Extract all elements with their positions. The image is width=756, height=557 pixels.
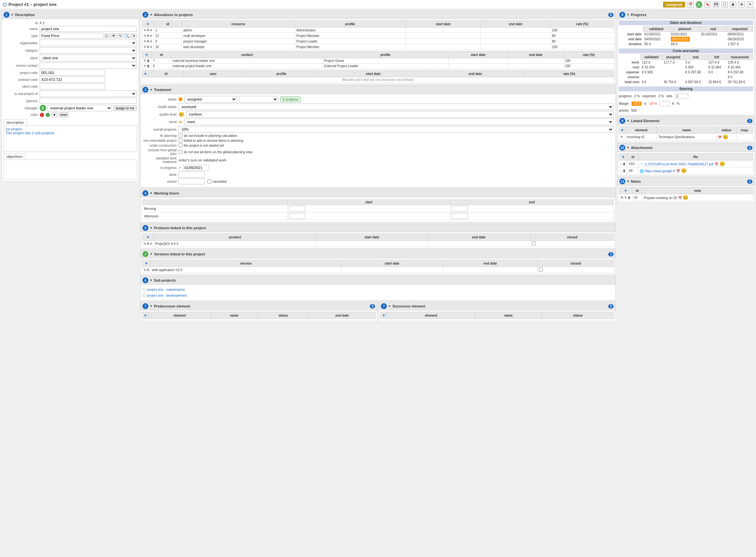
- download-icon[interactable]: ↓: [620, 169, 622, 173]
- add-resource-btn[interactable]: +: [146, 21, 149, 27]
- afternoon-end[interactable]: [452, 213, 468, 219]
- treatment-header[interactable]: 3 ▼ Treatment: [141, 86, 615, 94]
- copy-row-icon[interactable]: ⧉: [147, 28, 149, 32]
- sub-project-link[interactable]: project one - developement: [147, 294, 187, 297]
- sub-project-select[interactable]: [40, 90, 137, 97]
- edit-icon[interactable]: ✎: [143, 64, 146, 68]
- add-user-btn[interactable]: +: [144, 71, 146, 76]
- products-header[interactable]: 5 ▼ Products linked to this project: [141, 224, 615, 232]
- wbs-input[interactable]: [675, 94, 688, 98]
- edit-icon[interactable]: ✎: [143, 34, 146, 38]
- copy-icon[interactable]: 📋: [721, 1, 728, 8]
- add-attachment-btn[interactable]: +: [622, 154, 624, 159]
- versions-header[interactable]: ✓ ▼ Versions linked to this project 1: [141, 250, 615, 258]
- more-icon[interactable]: ✎: [747, 1, 753, 8]
- subprojects-link[interactable]: This project has 2 sub-projects: [5, 131, 54, 135]
- tab-description[interactable]: description: [4, 119, 27, 125]
- sub-project-link[interactable]: project one - maintenance: [147, 288, 185, 291]
- calendar-icon[interactable]: 📅: [687, 1, 694, 8]
- tab-objectives[interactable]: objectives: [4, 153, 26, 159]
- manager-select[interactable]: external project leader one: [48, 105, 112, 111]
- delete-row-icon[interactable]: 🗑: [147, 64, 150, 68]
- non-extendable-checkbox[interactable]: [178, 139, 182, 142]
- add-note-btn[interactable]: +: [624, 188, 627, 193]
- color-dropdown-btn[interactable]: ▼: [52, 112, 57, 117]
- progress-header[interactable]: 8 ▼ Progress: [617, 11, 754, 19]
- assign-to-me-button[interactable]: assign to me: [113, 106, 137, 111]
- copy-row-icon[interactable]: ⧉: [147, 34, 149, 38]
- sub-projects-header[interactable]: 6 ▼ Sub projects: [141, 276, 615, 285]
- delete-row-icon[interactable]: ✕: [150, 34, 152, 38]
- allocations-header[interactable]: 2 ▼ Allocations to projects 6: [141, 11, 615, 19]
- color-reset-btn[interactable]: reset: [59, 112, 68, 117]
- proj-code-input[interactable]: [40, 70, 105, 76]
- delete-row-icon[interactable]: 🗑: [147, 59, 150, 62]
- add-version-btn[interactable]: +: [145, 261, 147, 266]
- add-product-btn[interactable]: +: [146, 234, 149, 240]
- copy-row-icon[interactable]: ⧉: [147, 242, 149, 245]
- contract-input[interactable]: [40, 77, 105, 83]
- type-search-btn[interactable]: 🔍: [124, 33, 130, 38]
- download-icon[interactable]: ↓: [620, 162, 622, 166]
- afternoon-start[interactable]: [289, 213, 305, 219]
- edit-icon[interactable]: ✎: [143, 40, 146, 43]
- view-icon[interactable]: 👁: [620, 196, 624, 199]
- avatar-button[interactable]: E: [696, 1, 702, 8]
- client-code-input[interactable]: [40, 84, 105, 89]
- color-red[interactable]: [40, 113, 44, 117]
- morning-start[interactable]: [289, 206, 305, 211]
- delete-row-icon[interactable]: 🗑: [623, 162, 626, 166]
- edit-icon[interactable]: ✎: [143, 242, 146, 245]
- type-view-btn[interactable]: 👁: [111, 33, 117, 38]
- version-closed-checkbox[interactable]: [539, 267, 543, 271]
- client-select[interactable]: client one: [40, 55, 137, 61]
- done-input[interactable]: [178, 172, 205, 177]
- edit-icon[interactable]: ✎: [143, 59, 146, 62]
- status-select[interactable]: assigned: [184, 96, 237, 102]
- edit-icon[interactable]: ✎: [143, 268, 146, 272]
- delete-row-icon[interactable]: ✕: [150, 242, 152, 245]
- copy-row-icon[interactable]: ⧉: [147, 268, 149, 272]
- successor-header[interactable]: 7 ▼ Successor element 0: [379, 302, 615, 311]
- fix-planning-checkbox[interactable]: [178, 134, 182, 138]
- morning-end[interactable]: [452, 206, 468, 211]
- invoice-select[interactable]: [40, 62, 137, 69]
- status-select2[interactable]: [239, 96, 278, 102]
- delete-row-icon[interactable]: ✕: [150, 28, 152, 32]
- cat-select[interactable]: [40, 47, 137, 54]
- product-closed-checkbox[interactable]: [532, 241, 536, 245]
- first-project-link[interactable]: 1st project: [5, 127, 22, 131]
- description-panel-header[interactable]: 1 ▼ Description: [2, 11, 139, 19]
- delete-row-icon[interactable]: ✕: [150, 45, 152, 49]
- objectives-area[interactable]: [4, 160, 137, 179]
- sub-project-item[interactable]: ⬡ project one - developement: [143, 292, 613, 298]
- attachments-header[interactable]: 10 ▼ Attachments 2: [617, 144, 754, 152]
- status-button[interactable]: assigned: [663, 2, 685, 7]
- add-predecessor-btn[interactable]: +: [144, 313, 146, 318]
- delete-row-icon[interactable]: ✕: [150, 40, 152, 43]
- overall-select[interactable]: 10%: [178, 126, 613, 133]
- under-construction-checkbox[interactable]: [178, 143, 182, 147]
- type-clear-btn[interactable]: ✕: [132, 33, 137, 38]
- delete-row-icon[interactable]: 🗑: [623, 169, 626, 173]
- edit-icon[interactable]: ✎: [620, 135, 623, 139]
- type-input[interactable]: [40, 33, 104, 39]
- add-contact-btn[interactable]: +: [145, 52, 148, 57]
- sponsor-input[interactable]: [40, 98, 137, 104]
- bookmark-icon[interactable]: 🔖: [704, 1, 711, 8]
- in-progress-date[interactable]: [183, 165, 209, 171]
- type-arrow-btn[interactable]: ▷: [105, 33, 110, 38]
- add-linked-btn[interactable]: +: [621, 127, 623, 133]
- sub-project-item[interactable]: ⬡ project one - maintenance: [143, 287, 613, 292]
- edit-icon[interactable]: ✎: [143, 28, 146, 32]
- delete-icon[interactable]: 🗑: [730, 1, 736, 8]
- edit-icon[interactable]: ✎: [143, 45, 146, 49]
- linked-elements-header[interactable]: 9 ▼ Linked Elements 1: [617, 117, 754, 125]
- name-input[interactable]: [40, 26, 137, 32]
- working-hours-header[interactable]: 4 ▼ Working hours: [141, 189, 615, 198]
- delete-row-icon[interactable]: 🗑: [628, 196, 631, 199]
- quality-select[interactable]: conform: [186, 111, 613, 118]
- edit-icon[interactable]: ✎: [624, 196, 627, 199]
- save-icon[interactable]: 💾: [713, 1, 719, 8]
- type-edit-btn[interactable]: ✎: [118, 33, 123, 38]
